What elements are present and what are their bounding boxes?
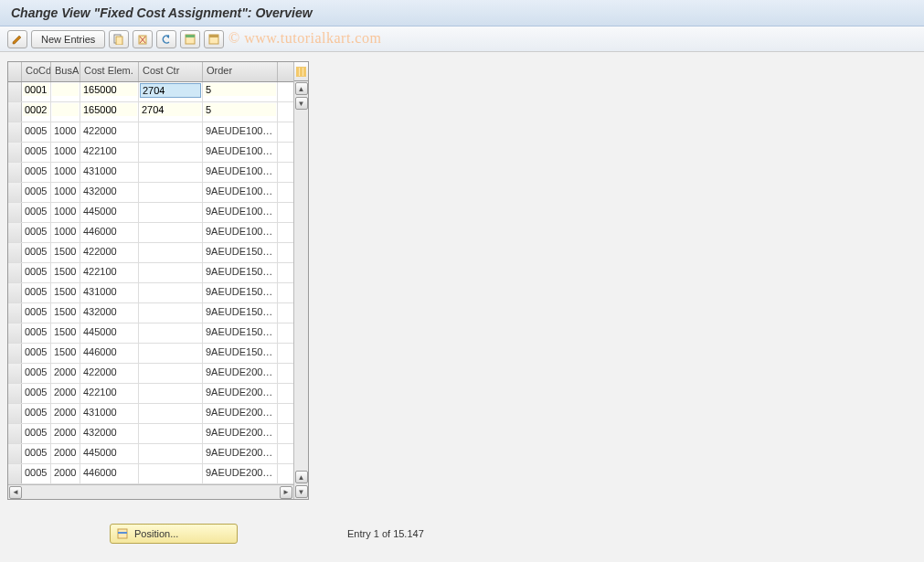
order-input[interactable] xyxy=(204,103,276,116)
cell-cocd[interactable]: 0005 xyxy=(22,364,51,383)
row-selector[interactable] xyxy=(8,243,22,262)
cell-elem[interactable]: 432000 xyxy=(80,424,139,443)
cell-busa[interactable]: 2000 xyxy=(51,444,80,463)
cell-cctr[interactable] xyxy=(139,122,203,142)
cell-cctr[interactable] xyxy=(139,323,203,343)
cell-order[interactable]: 9AEUDE150… xyxy=(203,243,278,262)
cell-busa[interactable]: 2000 xyxy=(51,384,80,403)
cell-cctr[interactable] xyxy=(139,283,203,302)
cell-order[interactable]: 9AEUDE100… xyxy=(203,143,278,162)
cell-order[interactable]: 9AEUDE150… xyxy=(203,323,278,343)
col-header-busa[interactable]: BusA xyxy=(51,62,80,81)
row-selector[interactable] xyxy=(8,143,22,162)
busa-input[interactable] xyxy=(52,103,79,116)
cell-cocd[interactable]: 0005 xyxy=(22,444,51,463)
cell-order[interactable]: 9AEUDE150… xyxy=(203,283,278,302)
cell-elem[interactable]: 422100 xyxy=(80,384,139,403)
cell-elem[interactable]: 446000 xyxy=(80,464,139,483)
cell-elem[interactable]: 431000 xyxy=(80,163,139,182)
deselect-all-icon[interactable] xyxy=(204,30,224,48)
cell-cocd[interactable]: 0005 xyxy=(22,143,51,162)
order-input[interactable] xyxy=(204,83,276,96)
cell-order[interactable]: 9AEUDE200… xyxy=(203,404,278,423)
vertical-scrollbar[interactable]: ▲ ▼ ▲ ▼ xyxy=(293,62,308,499)
cell-cocd[interactable]: 0005 xyxy=(22,243,51,262)
cell-elem[interactable]: 445000 xyxy=(80,203,139,222)
row-selector[interactable] xyxy=(8,102,22,122)
scroll-down2-icon[interactable]: ▼ xyxy=(295,485,308,498)
cell-cocd[interactable]: 0005 xyxy=(22,404,51,423)
cell-elem[interactable]: 432000 xyxy=(80,303,139,323)
select-all-icon[interactable] xyxy=(180,30,200,48)
cell-busa[interactable]: 2000 xyxy=(51,364,80,383)
cell-busa[interactable]: 1000 xyxy=(51,203,80,222)
row-selector[interactable] xyxy=(8,263,22,282)
horizontal-scrollbar[interactable]: ◄ ► xyxy=(8,484,293,499)
row-selector[interactable] xyxy=(8,283,22,302)
elem-input[interactable] xyxy=(81,103,137,116)
cell-busa[interactable]: 2000 xyxy=(51,404,80,423)
cell-cctr[interactable] xyxy=(139,223,203,242)
cell-cctr[interactable] xyxy=(139,143,203,162)
cell-order[interactable]: 9AEUDE100… xyxy=(203,203,278,222)
cell-cocd[interactable]: 0005 xyxy=(22,163,51,182)
cell-cocd[interactable]: 0005 xyxy=(22,464,51,483)
cell-cctr[interactable] xyxy=(139,464,203,483)
row-selector[interactable] xyxy=(8,404,22,423)
cell-busa[interactable]: 1000 xyxy=(51,223,80,242)
cell-cocd[interactable]: 0005 xyxy=(22,223,51,242)
row-selector[interactable] xyxy=(8,163,22,182)
cell-cctr[interactable] xyxy=(139,384,203,403)
cell-cctr[interactable] xyxy=(139,364,203,383)
delete-icon[interactable] xyxy=(133,30,153,48)
cell-elem[interactable]: 422000 xyxy=(80,122,139,142)
cell-elem[interactable]: 422000 xyxy=(80,364,139,383)
row-selector[interactable] xyxy=(8,384,22,403)
change-icon[interactable] xyxy=(7,30,27,48)
undo-icon[interactable] xyxy=(156,30,176,48)
configure-columns-icon[interactable] xyxy=(294,62,308,81)
cell-elem[interactable]: 432000 xyxy=(80,183,139,202)
col-selector[interactable] xyxy=(8,62,22,81)
cell-elem[interactable]: 445000 xyxy=(80,323,139,343)
busa-input[interactable] xyxy=(52,83,79,96)
row-selector[interactable] xyxy=(8,303,22,323)
row-selector[interactable] xyxy=(8,323,22,343)
cell-cocd[interactable]: 0005 xyxy=(22,384,51,403)
cocd-input[interactable] xyxy=(23,83,49,96)
scroll-right-icon[interactable]: ► xyxy=(280,486,292,499)
cocd-input[interactable] xyxy=(23,103,49,116)
cell-busa[interactable]: 1000 xyxy=(51,163,80,182)
cell-order[interactable]: 9AEUDE100… xyxy=(203,163,278,182)
cell-elem[interactable]: 445000 xyxy=(80,444,139,463)
cell-cctr[interactable] xyxy=(139,344,203,363)
cell-cctr[interactable] xyxy=(139,444,203,463)
cell-cctr[interactable] xyxy=(139,163,203,182)
cell-cocd[interactable]: 0005 xyxy=(22,424,51,443)
cell-order[interactable]: 9AEUDE150… xyxy=(203,344,278,363)
cell-cctr[interactable] xyxy=(139,263,203,282)
cell-order[interactable]: 9AEUDE200… xyxy=(203,424,278,443)
cell-cocd[interactable]: 0005 xyxy=(22,344,51,363)
cell-order[interactable]: 9AEUDE150… xyxy=(203,263,278,282)
col-header-cctr[interactable]: Cost Ctr xyxy=(139,62,203,81)
row-selector[interactable] xyxy=(8,424,22,443)
cell-busa[interactable]: 1500 xyxy=(51,283,80,302)
cell-elem[interactable]: 446000 xyxy=(80,223,139,242)
row-selector[interactable] xyxy=(8,364,22,383)
col-header-cocd[interactable]: CoCd xyxy=(22,62,51,81)
cell-cocd[interactable]: 0005 xyxy=(22,303,51,323)
row-selector[interactable] xyxy=(8,444,22,463)
cell-elem[interactable]: 446000 xyxy=(80,344,139,363)
cell-cctr[interactable] xyxy=(139,404,203,423)
cell-busa[interactable]: 1000 xyxy=(51,183,80,202)
cell-busa[interactable]: 1500 xyxy=(51,263,80,282)
cell-cctr[interactable] xyxy=(139,243,203,262)
row-selector[interactable] xyxy=(8,464,22,483)
cell-cocd[interactable]: 0005 xyxy=(22,122,51,142)
cell-order[interactable]: 9AEUDE200… xyxy=(203,444,278,463)
scroll-left-icon[interactable]: ◄ xyxy=(9,486,22,499)
new-entries-button[interactable]: New Entries xyxy=(31,30,105,48)
cell-elem[interactable]: 431000 xyxy=(80,283,139,302)
elem-input[interactable] xyxy=(81,83,137,96)
